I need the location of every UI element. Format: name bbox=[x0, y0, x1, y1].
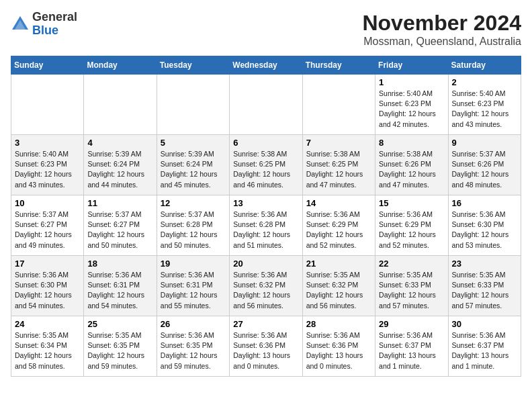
day-info-10: Sunrise: 5:37 AM Sunset: 6:27 PM Dayligh… bbox=[15, 210, 80, 250]
day-cell-30: 30Sunrise: 5:36 AM Sunset: 6:37 PM Dayli… bbox=[448, 316, 521, 377]
weekday-header-thursday: Thursday bbox=[302, 56, 375, 75]
day-info-13: Sunrise: 5:36 AM Sunset: 6:28 PM Dayligh… bbox=[233, 210, 298, 250]
week-row-3: 10Sunrise: 5:37 AM Sunset: 6:27 PM Dayli… bbox=[11, 195, 521, 256]
day-cell-3: 3Sunrise: 5:40 AM Sunset: 6:23 PM Daylig… bbox=[11, 135, 84, 195]
day-info-24: Sunrise: 5:35 AM Sunset: 6:34 PM Dayligh… bbox=[15, 330, 80, 371]
day-number-29: 29 bbox=[379, 319, 444, 329]
empty-cell bbox=[230, 75, 302, 135]
empty-cell bbox=[157, 75, 229, 135]
week-row-1: 1Sunrise: 5:40 AM Sunset: 6:23 PM Daylig… bbox=[11, 75, 521, 135]
day-info-3: Sunrise: 5:40 AM Sunset: 6:23 PM Dayligh… bbox=[15, 149, 80, 190]
day-number-4: 4 bbox=[87, 138, 152, 148]
logo-blue-text: Blue bbox=[32, 24, 58, 37]
month-title: November 2024 bbox=[362, 11, 521, 36]
day-info-29: Sunrise: 5:36 AM Sunset: 6:37 PM Dayligh… bbox=[379, 330, 444, 371]
day-cell-11: 11Sunrise: 5:37 AM Sunset: 6:27 PM Dayli… bbox=[84, 195, 157, 256]
day-info-16: Sunrise: 5:36 AM Sunset: 6:30 PM Dayligh… bbox=[452, 210, 517, 250]
title-area: November 2024 Mossman, Queensland, Austr… bbox=[362, 11, 521, 48]
day-number-30: 30 bbox=[452, 319, 517, 329]
day-info-19: Sunrise: 5:36 AM Sunset: 6:31 PM Dayligh… bbox=[161, 270, 226, 311]
day-cell-10: 10Sunrise: 5:37 AM Sunset: 6:27 PM Dayli… bbox=[11, 195, 84, 256]
day-number-25: 25 bbox=[87, 319, 152, 329]
day-cell-24: 24Sunrise: 5:35 AM Sunset: 6:34 PM Dayli… bbox=[11, 316, 84, 377]
logo-icon bbox=[11, 15, 30, 34]
week-row-2: 3Sunrise: 5:40 AM Sunset: 6:23 PM Daylig… bbox=[11, 135, 521, 195]
weekday-header-tuesday: Tuesday bbox=[157, 56, 229, 75]
day-cell-28: 28Sunrise: 5:36 AM Sunset: 6:36 PM Dayli… bbox=[302, 316, 375, 377]
day-info-23: Sunrise: 5:35 AM Sunset: 6:33 PM Dayligh… bbox=[452, 270, 517, 311]
day-cell-6: 6Sunrise: 5:38 AM Sunset: 6:25 PM Daylig… bbox=[230, 135, 302, 195]
day-number-18: 18 bbox=[87, 259, 152, 269]
day-number-1: 1 bbox=[379, 77, 444, 87]
day-cell-21: 21Sunrise: 5:35 AM Sunset: 6:32 PM Dayli… bbox=[302, 256, 375, 316]
day-info-21: Sunrise: 5:35 AM Sunset: 6:32 PM Dayligh… bbox=[306, 270, 371, 311]
weekday-header-friday: Friday bbox=[375, 56, 448, 75]
empty-cell bbox=[11, 75, 84, 135]
day-cell-8: 8Sunrise: 5:38 AM Sunset: 6:26 PM Daylig… bbox=[375, 135, 448, 195]
day-info-20: Sunrise: 5:36 AM Sunset: 6:32 PM Dayligh… bbox=[233, 270, 298, 311]
day-cell-2: 2Sunrise: 5:40 AM Sunset: 6:23 PM Daylig… bbox=[448, 75, 521, 135]
day-number-10: 10 bbox=[15, 198, 80, 208]
day-cell-27: 27Sunrise: 5:36 AM Sunset: 6:36 PM Dayli… bbox=[230, 316, 302, 377]
day-cell-29: 29Sunrise: 5:36 AM Sunset: 6:37 PM Dayli… bbox=[375, 316, 448, 377]
day-number-12: 12 bbox=[161, 198, 226, 208]
logo: General Blue bbox=[11, 11, 77, 38]
day-number-21: 21 bbox=[306, 259, 371, 269]
day-number-8: 8 bbox=[379, 138, 444, 148]
day-info-7: Sunrise: 5:38 AM Sunset: 6:25 PM Dayligh… bbox=[306, 149, 371, 190]
day-info-15: Sunrise: 5:36 AM Sunset: 6:29 PM Dayligh… bbox=[379, 210, 444, 250]
day-info-14: Sunrise: 5:36 AM Sunset: 6:29 PM Dayligh… bbox=[306, 210, 371, 250]
day-number-3: 3 bbox=[15, 138, 80, 148]
day-info-28: Sunrise: 5:36 AM Sunset: 6:36 PM Dayligh… bbox=[306, 330, 371, 371]
day-number-7: 7 bbox=[306, 138, 371, 148]
empty-cell bbox=[302, 75, 375, 135]
day-info-8: Sunrise: 5:38 AM Sunset: 6:26 PM Dayligh… bbox=[379, 149, 444, 190]
day-number-16: 16 bbox=[452, 198, 517, 208]
week-row-5: 24Sunrise: 5:35 AM Sunset: 6:34 PM Dayli… bbox=[11, 316, 521, 377]
day-number-15: 15 bbox=[379, 198, 444, 208]
day-cell-4: 4Sunrise: 5:39 AM Sunset: 6:24 PM Daylig… bbox=[84, 135, 157, 195]
day-info-1: Sunrise: 5:40 AM Sunset: 6:23 PM Dayligh… bbox=[379, 89, 444, 130]
weekday-header-monday: Monday bbox=[84, 56, 157, 75]
page-header: General Blue November 2024 Mossman, Quee… bbox=[11, 11, 521, 48]
day-number-19: 19 bbox=[161, 259, 226, 269]
day-cell-1: 1Sunrise: 5:40 AM Sunset: 6:23 PM Daylig… bbox=[375, 75, 448, 135]
day-number-17: 17 bbox=[15, 259, 80, 269]
location-title: Mossman, Queensland, Australia bbox=[362, 36, 521, 48]
day-info-5: Sunrise: 5:39 AM Sunset: 6:24 PM Dayligh… bbox=[161, 149, 226, 190]
day-info-2: Sunrise: 5:40 AM Sunset: 6:23 PM Dayligh… bbox=[452, 89, 517, 130]
weekday-header-row: SundayMondayTuesdayWednesdayThursdayFrid… bbox=[11, 56, 521, 75]
day-info-12: Sunrise: 5:37 AM Sunset: 6:28 PM Dayligh… bbox=[161, 210, 226, 250]
empty-cell bbox=[84, 75, 157, 135]
day-cell-26: 26Sunrise: 5:36 AM Sunset: 6:35 PM Dayli… bbox=[157, 316, 229, 377]
day-info-25: Sunrise: 5:35 AM Sunset: 6:35 PM Dayligh… bbox=[87, 330, 152, 371]
day-info-26: Sunrise: 5:36 AM Sunset: 6:35 PM Dayligh… bbox=[161, 330, 226, 371]
day-cell-17: 17Sunrise: 5:36 AM Sunset: 6:30 PM Dayli… bbox=[11, 256, 84, 316]
day-cell-12: 12Sunrise: 5:37 AM Sunset: 6:28 PM Dayli… bbox=[157, 195, 229, 256]
calendar-table: SundayMondayTuesdayWednesdayThursdayFrid… bbox=[11, 56, 521, 377]
day-number-13: 13 bbox=[233, 198, 298, 208]
day-number-23: 23 bbox=[452, 259, 517, 269]
day-cell-20: 20Sunrise: 5:36 AM Sunset: 6:32 PM Dayli… bbox=[230, 256, 302, 316]
weekday-header-saturday: Saturday bbox=[448, 56, 521, 75]
day-info-4: Sunrise: 5:39 AM Sunset: 6:24 PM Dayligh… bbox=[87, 149, 152, 190]
day-info-9: Sunrise: 5:37 AM Sunset: 6:26 PM Dayligh… bbox=[452, 149, 517, 190]
logo-general-text: General bbox=[32, 10, 77, 24]
day-number-11: 11 bbox=[87, 198, 152, 208]
day-number-20: 20 bbox=[233, 259, 298, 269]
day-cell-7: 7Sunrise: 5:38 AM Sunset: 6:25 PM Daylig… bbox=[302, 135, 375, 195]
week-row-4: 17Sunrise: 5:36 AM Sunset: 6:30 PM Dayli… bbox=[11, 256, 521, 316]
day-info-22: Sunrise: 5:35 AM Sunset: 6:33 PM Dayligh… bbox=[379, 270, 444, 311]
day-cell-18: 18Sunrise: 5:36 AM Sunset: 6:31 PM Dayli… bbox=[84, 256, 157, 316]
day-number-2: 2 bbox=[452, 77, 517, 87]
day-cell-15: 15Sunrise: 5:36 AM Sunset: 6:29 PM Dayli… bbox=[375, 195, 448, 256]
day-number-24: 24 bbox=[15, 319, 80, 329]
day-info-11: Sunrise: 5:37 AM Sunset: 6:27 PM Dayligh… bbox=[87, 210, 152, 250]
day-number-22: 22 bbox=[379, 259, 444, 269]
day-info-6: Sunrise: 5:38 AM Sunset: 6:25 PM Dayligh… bbox=[233, 149, 298, 190]
logo-text: General Blue bbox=[32, 11, 77, 38]
day-cell-23: 23Sunrise: 5:35 AM Sunset: 6:33 PM Dayli… bbox=[448, 256, 521, 316]
day-number-27: 27 bbox=[233, 319, 298, 329]
day-cell-25: 25Sunrise: 5:35 AM Sunset: 6:35 PM Dayli… bbox=[84, 316, 157, 377]
day-cell-22: 22Sunrise: 5:35 AM Sunset: 6:33 PM Dayli… bbox=[375, 256, 448, 316]
